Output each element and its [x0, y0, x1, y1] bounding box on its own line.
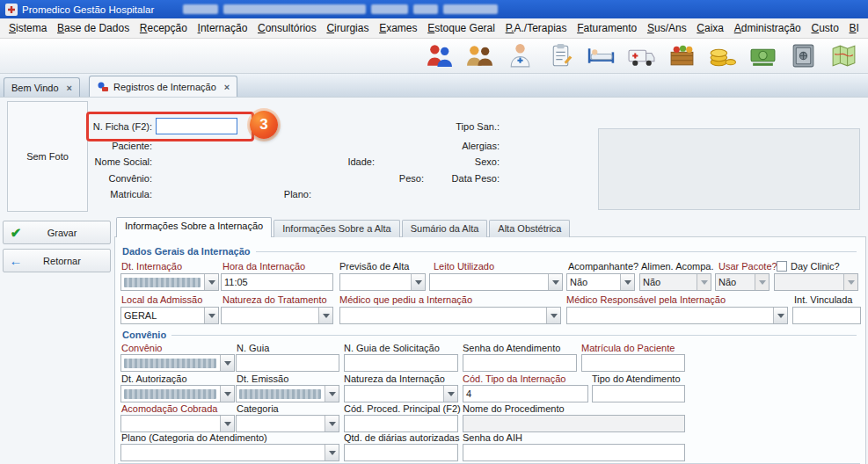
cod-tipo-internacao-field[interactable]: 4: [463, 385, 588, 402]
menu-caixa[interactable]: Caixa: [697, 22, 724, 34]
n-guia-field[interactable]: [236, 354, 339, 372]
chevron-down-icon[interactable]: [411, 274, 425, 290]
chevron-down-icon[interactable]: [325, 416, 339, 431]
menu-pa-terapias[interactable]: P.A./Terapias: [506, 22, 567, 34]
categoria-combo[interactable]: [236, 415, 339, 432]
group-divider: [256, 251, 857, 252]
local-admissao-combo[interactable]: GERAL: [120, 307, 219, 324]
toolbar-bed-button[interactable]: [585, 40, 617, 72]
chevron-down-icon[interactable]: [546, 308, 560, 323]
toolbar-doctor-button[interactable]: [504, 40, 536, 72]
plano-categoria-combo[interactable]: [120, 444, 339, 461]
label-categoria: Categoria: [237, 403, 279, 414]
acomodacao-cobrada-combo[interactable]: [120, 415, 235, 432]
tab-alta-obstetrica[interactable]: Alta Obstétrica: [489, 220, 570, 237]
chevron-down-icon[interactable]: [220, 355, 234, 371]
usar-pacote-combo[interactable]: Não: [715, 273, 770, 291]
menu-internacao[interactable]: Internação: [198, 22, 248, 34]
qtd-diarias-field[interactable]: [344, 444, 458, 461]
chevron-down-icon[interactable]: [325, 445, 339, 460]
convenio-combo[interactable]: [120, 354, 235, 372]
chevron-down-icon[interactable]: [697, 274, 711, 290]
tab-informacoes-alta[interactable]: Informações Sobre a Alta: [274, 220, 400, 237]
tab-sumario-alta[interactable]: Sumário da Alta: [402, 220, 488, 237]
toolbar-exam-button[interactable]: [544, 40, 577, 72]
day-clinic-checkbox[interactable]: [777, 261, 787, 272]
toolbar-gold-button[interactable]: [706, 40, 739, 72]
natureza-tratamento-combo[interactable]: [221, 307, 333, 324]
senha-atendimento-field[interactable]: [463, 354, 577, 372]
redacted-title-text: [223, 4, 366, 14]
document-tabstrip: Bem Vindo × Registros de Internação ×: [0, 74, 868, 97]
toolbar-reception-button[interactable]: [463, 40, 496, 72]
menu-administracao[interactable]: Administração: [734, 22, 801, 34]
chevron-down-icon[interactable]: [318, 308, 332, 323]
chevron-down-icon[interactable]: [204, 274, 218, 290]
menu-custo[interactable]: Custo: [811, 22, 838, 34]
matricula-paciente-field[interactable]: [581, 354, 685, 372]
annotation-step-number: 3: [259, 116, 267, 134]
hora-internacao-field[interactable]: 11:05: [221, 273, 333, 291]
menu-cirurgias[interactable]: Cirurgias: [326, 22, 368, 34]
senha-aih-field[interactable]: [463, 444, 685, 461]
day-clinic-combo[interactable]: [774, 273, 858, 291]
local-admissao-value: GERAL: [121, 310, 204, 321]
toolbar-money-button[interactable]: [747, 40, 779, 72]
label-usar-pacote: Usar Pacote?: [718, 261, 777, 272]
chevron-down-icon[interactable]: [773, 308, 787, 323]
label-n-guia: N. Guia: [237, 343, 269, 353]
chevron-down-icon[interactable]: [443, 386, 457, 402]
dt-autorizacao-combo[interactable]: [120, 385, 235, 402]
medico-responsavel-combo[interactable]: [566, 307, 788, 324]
dt-internacao-combo[interactable]: [120, 273, 219, 291]
menu-sus-ans[interactable]: Sus/Ans: [647, 22, 687, 34]
menu-sistema[interactable]: Sistema: [9, 22, 47, 34]
leito-utilizado-combo[interactable]: [429, 273, 563, 291]
int-vinculada-field[interactable]: [792, 307, 861, 324]
chevron-down-icon[interactable]: [220, 386, 234, 402]
gravar-button[interactable]: ✔ Gravar: [3, 221, 111, 244]
menu-estoque-geral[interactable]: Estoque Geral: [427, 22, 495, 34]
patients-icon: [425, 41, 454, 70]
chevron-down-icon[interactable]: [843, 274, 857, 290]
close-icon[interactable]: ×: [224, 82, 230, 92]
toolbar-ambulance-button[interactable]: [625, 40, 658, 72]
menu-faturamento[interactable]: Faturamento: [577, 22, 637, 34]
toolbar-patients-button[interactable]: [423, 40, 456, 72]
dt-emissao-combo[interactable]: [236, 385, 339, 402]
menu-bi[interactable]: BI: [850, 22, 859, 34]
close-icon[interactable]: ×: [67, 83, 72, 93]
natureza-internacao-combo[interactable]: [344, 385, 458, 402]
redacted-value: [124, 389, 216, 399]
tab-registros-internacao[interactable]: Registros de Internação ×: [89, 76, 237, 97]
toolbar-map-button[interactable]: [828, 40, 860, 72]
tab-bem-vindo[interactable]: Bem Vindo ×: [4, 77, 80, 97]
chevron-down-icon[interactable]: [204, 308, 218, 323]
ambulance-icon: [627, 41, 656, 70]
tipo-atendimento-field[interactable]: [592, 385, 685, 402]
menu-recepcao[interactable]: Recepção: [140, 22, 187, 34]
menu-consultorios[interactable]: Consultórios: [258, 22, 317, 34]
group-dados-gerais-title: Dados Gerais da Internação: [122, 246, 251, 257]
money-icon: [748, 41, 777, 70]
chevron-down-icon[interactable]: [325, 386, 339, 402]
toolbar-safe-button[interactable]: [787, 40, 820, 72]
toolbar-stock-button[interactable]: [666, 40, 698, 72]
stock-icon: [667, 41, 697, 70]
label-medico-responsavel: Médico Responsável pela Internação: [566, 294, 726, 305]
menu-exames[interactable]: Exames: [379, 22, 417, 34]
medico-pediu-combo[interactable]: [339, 307, 561, 324]
n-guia-solicitacao-field[interactable]: [344, 354, 458, 372]
retornar-button[interactable]: ← Retornar: [3, 249, 111, 272]
previsao-alta-combo[interactable]: [339, 273, 426, 291]
chevron-down-icon[interactable]: [548, 274, 562, 290]
tab-informacoes-internacao[interactable]: Informações Sobre a Internação: [116, 217, 272, 237]
menu-base-de-dados[interactable]: Base de Dados: [57, 22, 129, 34]
label-cod-tipo-internacao: Cód. Tipo da Internação: [463, 373, 565, 384]
chevron-down-icon[interactable]: [220, 416, 234, 431]
cod-proced-principal-field[interactable]: [344, 415, 458, 432]
acompanhante-combo[interactable]: Não: [566, 273, 635, 291]
chevron-down-icon[interactable]: [755, 274, 769, 290]
chevron-down-icon[interactable]: [620, 274, 634, 290]
alimen-acompa-combo[interactable]: Não: [639, 273, 711, 291]
